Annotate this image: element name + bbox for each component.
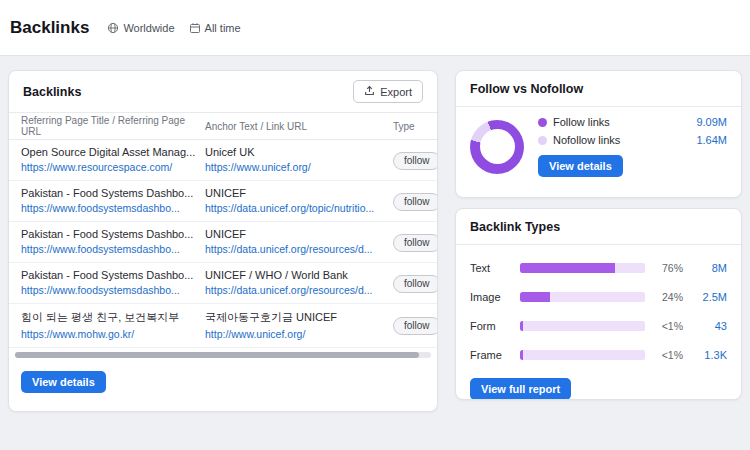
backlinks-panel-title: Backlinks xyxy=(23,85,81,99)
link-url-link[interactable]: https://data.unicef.org/resources/d... xyxy=(205,243,389,255)
export-icon xyxy=(364,85,375,98)
time-label: All time xyxy=(205,22,241,34)
follow-nofollow-legend: Follow links 9.09M Nofollow links 1.64M … xyxy=(538,116,727,177)
table-row: Pakistan - Food Systems Dashbo... https:… xyxy=(9,263,437,304)
type-row-image: Image 24% 2.5M xyxy=(470,282,727,311)
nofollow-links-label: Nofollow links xyxy=(553,134,690,146)
link-url-link[interactable]: http://www.unicef.org/ xyxy=(205,328,389,340)
table-row: Pakistan - Food Systems Dashbo... https:… xyxy=(9,181,437,222)
backlink-types-body: Text 76% 8M Image 24% 2.5M Form xyxy=(456,245,741,369)
backlink-types-panel: Backlink Types Text 76% 8M Image 24% 2.5… xyxy=(455,208,742,400)
backlinks-panel: Backlinks Export Referring Page Title / … xyxy=(8,70,438,412)
table-row: 힘이 되는 평생 친구, 보건복지부 https://www.mohw.go.k… xyxy=(9,304,437,348)
type-row-form: Form <1% 43 xyxy=(470,311,727,340)
fvn-view-details-button[interactable]: View details xyxy=(538,155,623,177)
form-bar-fill xyxy=(520,321,523,331)
backlink-types-header: Backlink Types xyxy=(456,209,741,245)
time-filter[interactable]: All time xyxy=(189,22,241,34)
link-url-link[interactable]: https://www.unicef.org/ xyxy=(205,161,389,173)
column-type: Type xyxy=(393,121,425,132)
image-bar-fill xyxy=(520,292,550,302)
type-percent: 76% xyxy=(653,262,683,274)
column-anchor-text: Anchor Text / Link URL xyxy=(205,121,389,132)
frame-bar-fill xyxy=(520,350,523,360)
follow-links-label: Follow links xyxy=(553,116,690,128)
nofollow-links-value-link[interactable]: 1.64M xyxy=(696,134,727,146)
export-button[interactable]: Export xyxy=(353,80,423,103)
text-bar xyxy=(520,263,645,273)
follow-dot-icon xyxy=(538,118,547,127)
table-row: Open Source Digital Asset Manag... https… xyxy=(9,140,437,181)
follow-nofollow-panel: Follow vs Nofollow Follow links 9.09M No… xyxy=(455,70,742,198)
image-bar xyxy=(520,292,645,302)
follow-links-value-link[interactable]: 9.09M xyxy=(696,116,727,128)
follow-badge: follow xyxy=(393,234,438,252)
type-percent: <1% xyxy=(653,320,683,332)
backlinks-panel-footer: View details xyxy=(9,358,437,406)
follow-nofollow-header: Follow vs Nofollow xyxy=(456,71,741,107)
referring-page-title: Pakistan - Food Systems Dashbo... xyxy=(21,269,201,281)
backlink-types-footer: View full report xyxy=(456,369,741,400)
view-full-report-button[interactable]: View full report xyxy=(470,378,571,400)
referring-page-url-link[interactable]: https://www.foodsystemsdashbo... xyxy=(21,284,201,296)
follow-nofollow-body: Follow links 9.09M Nofollow links 1.64M … xyxy=(456,107,741,187)
nofollow-dot-icon xyxy=(538,136,547,145)
type-percent: 24% xyxy=(653,291,683,303)
anchor-text: UNICEF xyxy=(205,187,389,199)
anchor-text: Unicef UK xyxy=(205,146,389,158)
text-bar-fill xyxy=(520,263,615,273)
type-row-frame: Frame <1% 1.3K xyxy=(470,340,727,369)
export-label: Export xyxy=(380,86,412,98)
referring-page-title: 힘이 되는 평생 친구, 보건복지부 xyxy=(21,310,201,325)
form-bar xyxy=(520,321,645,331)
referring-page-url-link[interactable]: https://www.mohw.go.kr/ xyxy=(21,328,201,340)
follow-badge: follow xyxy=(393,275,438,293)
follow-badge: follow xyxy=(393,317,438,335)
backlinks-panel-header: Backlinks Export xyxy=(9,71,437,112)
globe-icon xyxy=(107,22,119,34)
referring-page-title: Pakistan - Food Systems Dashbo... xyxy=(21,187,201,199)
referring-page-url-link[interactable]: https://www.foodsystemsdashbo... xyxy=(21,243,201,255)
type-value-link[interactable]: 43 xyxy=(691,320,727,332)
anchor-text: 국제아동구호기금 UNICEF xyxy=(205,310,389,325)
type-value-link[interactable]: 8M xyxy=(691,262,727,274)
scope-label: Worldwide xyxy=(123,22,174,34)
table-row: Pakistan - Food Systems Dashbo... https:… xyxy=(9,222,437,263)
page-title: Backlinks xyxy=(10,18,89,38)
backlink-types-title: Backlink Types xyxy=(470,220,560,234)
type-row-text: Text 76% 8M xyxy=(470,253,727,282)
type-value-link[interactable]: 1.3K xyxy=(691,349,727,361)
page-header: Backlinks Worldwide All time xyxy=(0,0,750,56)
type-label: Form xyxy=(470,320,512,332)
follow-badge: follow xyxy=(393,152,438,170)
table-header-row: Referring Page Title / Referring Page UR… xyxy=(9,112,437,140)
horizontal-scrollbar-thumb[interactable] xyxy=(15,352,419,358)
type-percent: <1% xyxy=(653,349,683,361)
frame-bar xyxy=(520,350,645,360)
legend-row-nofollow: Nofollow links 1.64M xyxy=(538,134,727,146)
referring-page-title: Pakistan - Food Systems Dashbo... xyxy=(21,228,201,240)
dashboard-content: Backlinks Export Referring Page Title / … xyxy=(0,56,750,450)
anchor-text: UNICEF xyxy=(205,228,389,240)
type-label: Frame xyxy=(470,349,512,361)
column-referring-page: Referring Page Title / Referring Page UR… xyxy=(21,115,201,137)
referring-page-title: Open Source Digital Asset Manag... xyxy=(21,146,201,158)
legend-row-follow: Follow links 9.09M xyxy=(538,116,727,128)
scope-filter[interactable]: Worldwide xyxy=(107,22,174,34)
link-url-link[interactable]: https://data.unicef.org/topic/nutritio..… xyxy=(205,202,389,214)
horizontal-scrollbar-track xyxy=(15,352,431,358)
type-label: Text xyxy=(470,262,512,274)
donut-hole xyxy=(480,129,515,164)
referring-page-url-link[interactable]: https://www.foodsystemsdashbo... xyxy=(21,202,201,214)
follow-nofollow-donut xyxy=(470,120,524,174)
follow-badge: follow xyxy=(393,193,438,211)
view-details-button[interactable]: View details xyxy=(21,371,106,393)
type-label: Image xyxy=(470,291,512,303)
type-value-link[interactable]: 2.5M xyxy=(691,291,727,303)
referring-page-url-link[interactable]: https://www.resourcespace.com/ xyxy=(21,161,201,173)
follow-nofollow-title: Follow vs Nofollow xyxy=(470,82,583,96)
calendar-icon xyxy=(189,22,201,34)
link-url-link[interactable]: https://data.unicef.org/resources/d... xyxy=(205,284,389,296)
anchor-text: UNICEF / WHO / World Bank xyxy=(205,269,389,281)
